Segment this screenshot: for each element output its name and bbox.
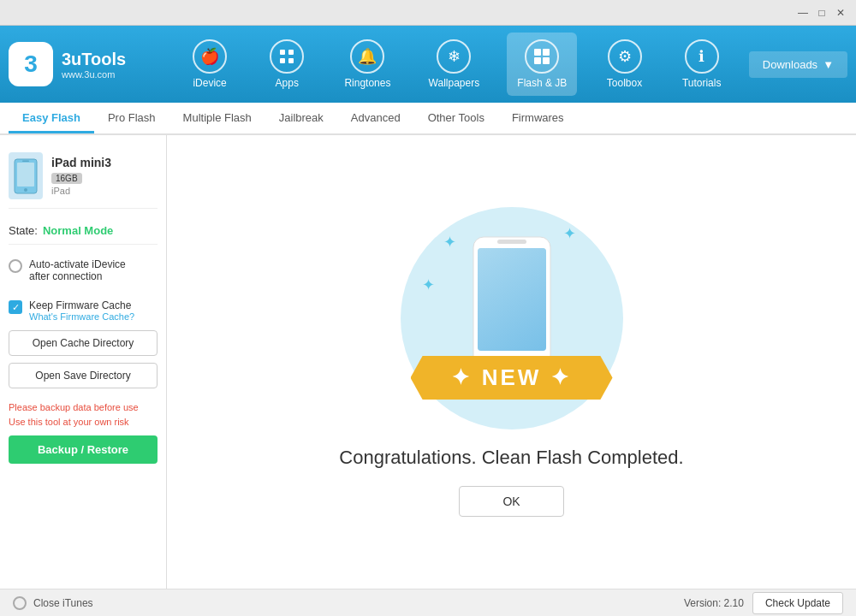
downloads-button[interactable]: Downloads ▼ [749, 51, 847, 78]
tutorials-icon: ℹ [685, 39, 719, 74]
footer-left: Close iTunes [13, 596, 93, 610]
svg-rect-5 [543, 49, 550, 56]
keep-firmware-label: Keep Firmware Cache [29, 299, 134, 311]
logo-text: 3uTools www.3u.com [62, 50, 126, 80]
device-storage-badge: 16GB [51, 173, 82, 184]
auto-activate-label: Auto-activate iDeviceafter connection [29, 258, 126, 282]
logo-icon: 3 [9, 42, 53, 86]
svg-rect-1 [288, 50, 294, 55]
sparkle-5: ✦ [422, 275, 435, 294]
header: 3 3uTools www.3u.com 🍎 iDevice [0, 26, 856, 103]
maximize-button[interactable]: □ [813, 4, 830, 21]
svg-rect-6 [534, 57, 541, 64]
congrats-text: Congratulations. Clean Flash Completed. [339, 447, 683, 469]
downloads-arrow-icon: ▼ [823, 58, 834, 71]
svg-rect-16 [478, 248, 546, 351]
toolbox-icon: ⚙ [608, 39, 642, 74]
tab-other-tools[interactable]: Other Tools [414, 104, 498, 133]
keep-firmware-checkbox[interactable] [9, 300, 22, 314]
wallpapers-icon: ❄ [437, 39, 471, 74]
svg-rect-11 [22, 160, 29, 162]
nav-apps-label: Apps [276, 77, 299, 89]
state-label: State: [9, 224, 38, 237]
footer-right: Version: 2.10 Check Update [684, 592, 843, 614]
flash-illustration: ✦ ✦ ✦ ✦ ✦ [401, 207, 623, 429]
check-update-button[interactable]: Check Update [752, 592, 843, 614]
svg-rect-14 [497, 240, 526, 244]
device-info: iPad mini3 16GB iPad [9, 144, 158, 209]
nav-idevice-label: iDevice [193, 77, 226, 89]
title-bar: — □ ✕ [0, 0, 856, 26]
svg-rect-9 [17, 163, 34, 187]
nav-ringtones-label: Ringtones [344, 77, 390, 89]
ok-button[interactable]: OK [459, 486, 563, 517]
firmware-cache-link[interactable]: What's Firmware Cache? [29, 311, 134, 322]
sub-nav: Easy Flash Pro Flash Multiple Flash Jail… [0, 103, 856, 135]
nav-flash[interactable]: Flash & JB [507, 33, 577, 96]
app-name: 3uTools [62, 50, 126, 69]
sidebar: iPad mini3 16GB iPad State: Normal Mode … [0, 135, 167, 589]
tab-multiple-flash[interactable]: Multiple Flash [169, 104, 265, 133]
logo-area: 3 3uTools www.3u.com [9, 42, 171, 86]
body: iPad mini3 16GB iPad State: Normal Mode … [0, 135, 856, 589]
warning-text: Please backup data before useUse this to… [9, 400, 158, 429]
ringtones-icon: 🔔 [350, 39, 384, 74]
nav-wallpapers[interactable]: ❄ Wallpapers [419, 33, 490, 96]
device-details: iPad mini3 16GB iPad [51, 156, 111, 196]
nav-items: 🍎 iDevice Apps 🔔 Ringtones [171, 33, 740, 96]
downloads-label: Downloads [763, 58, 817, 71]
tab-firmwares[interactable]: Firmwares [498, 104, 578, 133]
close-button[interactable]: ✕ [832, 4, 849, 21]
sparkle-1: ✦ [443, 233, 456, 252]
svg-rect-2 [280, 58, 285, 63]
tab-jailbreak[interactable]: Jailbreak [265, 104, 337, 133]
nav-wallpapers-label: Wallpapers [429, 77, 480, 89]
nav-ringtones[interactable]: 🔔 Ringtones [334, 33, 401, 96]
keep-firmware-option[interactable]: Keep Firmware Cache What's Firmware Cach… [9, 294, 158, 327]
nav-toolbox[interactable]: ⚙ Toolbox [595, 33, 655, 96]
svg-rect-0 [280, 50, 285, 55]
nav-toolbox-label: Toolbox [607, 77, 642, 89]
main-content: ✦ ✦ ✦ ✦ ✦ [167, 135, 856, 589]
device-icon [9, 152, 43, 199]
open-save-directory-button[interactable]: Open Save Directory [9, 363, 158, 388]
version-label: Version: 2.10 [684, 597, 744, 609]
sparkle-2: ✦ [563, 224, 576, 243]
minimize-button[interactable]: — [794, 4, 811, 21]
nav-flash-label: Flash & JB [517, 77, 567, 89]
open-cache-directory-button[interactable]: Open Cache Directory [9, 330, 158, 356]
svg-rect-7 [543, 57, 550, 64]
tab-pro-flash[interactable]: Pro Flash [94, 104, 169, 133]
idevice-icon: 🍎 [193, 39, 227, 74]
nav-idevice[interactable]: 🍎 iDevice [180, 33, 240, 96]
svg-rect-4 [534, 49, 541, 56]
nav-tutorials[interactable]: ℹ Tutorials [672, 33, 732, 96]
svg-rect-3 [288, 58, 294, 63]
nav-apps[interactable]: Apps [257, 33, 317, 96]
flash-icon [525, 39, 559, 74]
backup-restore-button[interactable]: Backup / Restore [9, 435, 158, 464]
footer: Close iTunes Version: 2.10 Check Update [0, 589, 856, 616]
state-value: Normal Mode [43, 224, 113, 237]
close-itunes-label: Close iTunes [33, 597, 93, 609]
svg-point-10 [24, 188, 27, 192]
app-url: www.3u.com [62, 69, 126, 80]
tab-advanced[interactable]: Advanced [337, 104, 414, 133]
device-type: iPad [51, 186, 111, 196]
apps-icon [270, 39, 304, 74]
state-row: State: Normal Mode [9, 217, 158, 245]
auto-activate-radio[interactable] [9, 259, 22, 273]
device-name: iPad mini3 [51, 156, 111, 169]
auto-activate-option[interactable]: Auto-activate iDeviceafter connection [9, 253, 158, 287]
new-ribbon: ✦ NEW ✦ [410, 356, 612, 400]
app: 3 3uTools www.3u.com 🍎 iDevice [0, 26, 856, 616]
tab-easy-flash[interactable]: Easy Flash [9, 104, 94, 133]
nav-tutorials-label: Tutorials [682, 77, 722, 89]
close-itunes-icon [13, 596, 27, 610]
